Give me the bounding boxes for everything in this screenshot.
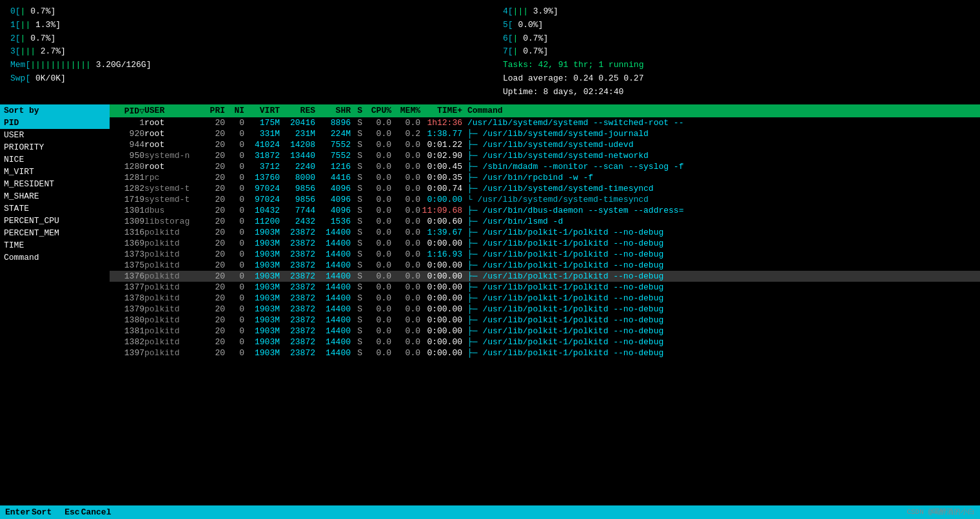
sort-item-m_resident[interactable]: M_RESIDENT	[0, 178, 110, 190]
cell-time: 0:00.00	[420, 304, 462, 314]
table-row[interactable]: 1379 polkitd 20 0 1903M 23872 14400 S 0.…	[110, 304, 980, 315]
cell-user: root	[144, 118, 202, 128]
cpu-right: 4[||| 3.9%] 5[ 0.0%] 6[|	[477, 5, 970, 99]
table-row[interactable]: 1378 polkitd 20 0 1903M 23872 14400 S 0.…	[110, 293, 980, 304]
esc-action: Cancel	[81, 507, 112, 517]
sort-items-list[interactable]: PIDUSERPRIORITYNICEM_VIRTM_RESIDENTM_SHA…	[0, 117, 110, 264]
cell-res: 23872	[280, 282, 315, 292]
table-row[interactable]: 1377 polkitd 20 0 1903M 23872 14400 S 0.…	[110, 282, 980, 293]
cell-mem: 0.0	[391, 184, 420, 193]
cell-cpu: 0.0	[362, 304, 391, 314]
cell-s: S	[351, 184, 362, 193]
table-row[interactable]: 944 root 20 0 41024 14208 7552 S 0.0 0.0…	[110, 139, 980, 150]
cell-virt: 1903M	[244, 271, 280, 281]
cell-s: S	[351, 173, 362, 182]
header-cpu: CPU%	[362, 106, 391, 116]
table-header: PID▽ USER PRI NI VIRT RES SHR S CPU% MEM…	[110, 104, 980, 117]
table-row[interactable]: 950 systemd-n 20 0 31872 13440 7552 S 0.…	[110, 150, 980, 161]
cell-virt: 175M	[244, 118, 280, 128]
cell-ni: 0	[225, 184, 244, 193]
cell-user: polkitd	[144, 326, 202, 336]
cell-pid: 1282	[112, 184, 144, 193]
cell-mem: 0.0	[391, 282, 420, 292]
table-row[interactable]: 1281 rpc 20 0 13760 8000 4416 S 0.0 0.0 …	[110, 172, 980, 183]
cell-mem: 0.0	[391, 293, 420, 303]
cell-cmd: ├─ /usr/lib/polkit-1/polkitd --no-debug	[462, 326, 977, 336]
sort-item-state[interactable]: STATE	[0, 202, 110, 215]
sort-item-time[interactable]: TIME	[0, 239, 110, 251]
table-row[interactable]: 1381 polkitd 20 0 1903M 23872 14400 S 0.…	[110, 326, 980, 337]
cell-cpu: 0.0	[362, 195, 391, 204]
cell-virt: 1903M	[244, 315, 280, 325]
cell-pid: 1378	[112, 293, 144, 303]
cell-res: 23872	[280, 228, 315, 237]
cell-virt: 3712	[244, 162, 280, 171]
table-row[interactable]: 1373 polkitd 20 0 1903M 23872 14400 S 0.…	[110, 249, 980, 260]
table-row[interactable]: 1369 polkitd 20 0 1903M 23872 14400 S 0.…	[110, 238, 980, 249]
cell-pid: 1381	[112, 326, 144, 336]
cell-shr: 4096	[315, 184, 351, 193]
table-row[interactable]: 1375 polkitd 20 0 1903M 23872 14400 S 0.…	[110, 260, 980, 271]
cell-ni: 0	[225, 293, 244, 303]
cell-mem: 0.0	[391, 239, 420, 248]
table-row[interactable]: 920 root 20 0 331M 231M 224M S 0.0 0.2 1…	[110, 128, 980, 139]
cell-shr: 14400	[315, 304, 351, 314]
cell-user: polkitd	[144, 228, 202, 237]
cell-res: 23872	[280, 337, 315, 347]
cell-user: polkitd	[144, 282, 202, 292]
cell-s: S	[351, 337, 362, 347]
table-row[interactable]: 1309 libstorag 20 0 11200 2432 1536 S 0.…	[110, 216, 980, 227]
cpu1-line: 1[|| 1.3%]	[10, 19, 477, 32]
table-row[interactable]: 1301 dbus 20 0 10432 7744 4096 S 0.0 0.0…	[110, 205, 980, 216]
sort-item-percent_mem[interactable]: PERCENT_MEM	[0, 227, 110, 239]
cell-mem: 0.0	[391, 315, 420, 325]
cell-user: systemd-n	[144, 151, 202, 161]
cell-mem: 0.0	[391, 206, 420, 215]
sort-item-user[interactable]: USER	[0, 129, 110, 141]
table-row[interactable]: 1282 systemd-t 20 0 97024 9856 4096 S 0.…	[110, 183, 980, 194]
table-row[interactable]: 1280 root 20 0 3712 2240 1216 S 0.0 0.0 …	[110, 161, 980, 172]
cell-res: 9856	[280, 184, 315, 193]
cell-shr: 14400	[315, 348, 351, 358]
cell-cmd: ├─ /usr/bin/dbus-daemon --system --addre…	[462, 206, 977, 215]
header-res: RES	[280, 106, 315, 116]
table-row[interactable]: 1 root 20 0 175M 20416 8896 S 0.0 0.0 1h…	[110, 117, 980, 128]
cell-cpu: 0.0	[362, 184, 391, 193]
sort-item-pid[interactable]: PID	[0, 117, 110, 129]
cell-s: S	[351, 217, 362, 226]
cell-virt: 1903M	[244, 293, 280, 303]
cell-s: S	[351, 293, 362, 303]
table-row[interactable]: 1382 polkitd 20 0 1903M 23872 14400 S 0.…	[110, 337, 980, 348]
cell-pid: 1309	[112, 217, 144, 226]
cell-cmd: ├─ /usr/lib/systemd/systemd-journald	[462, 129, 977, 139]
cell-cpu: 0.0	[362, 260, 391, 270]
table-row[interactable]: 1380 polkitd 20 0 1903M 23872 14400 S 0.…	[110, 315, 980, 326]
cell-res: 231M	[280, 129, 315, 139]
sort-item-m_share[interactable]: M_SHARE	[0, 190, 110, 202]
cell-ni: 0	[225, 315, 244, 325]
enter-action: Sort	[32, 507, 52, 517]
cell-ni: 0	[225, 151, 244, 161]
cell-ni: 0	[225, 250, 244, 259]
cell-cmd: ├─ /usr/lib/polkit-1/polkitd --no-debug	[462, 228, 977, 237]
main-content: Sort by PIDUSERPRIORITYNICEM_VIRTM_RESID…	[0, 104, 980, 475]
sort-item-command[interactable]: Command	[0, 251, 110, 264]
header-ni: NI	[225, 106, 244, 116]
table-row[interactable]: 1376 polkitd 20 0 1903M 23872 14400 S 0.…	[110, 271, 980, 282]
cell-cmd: ├─ /usr/lib/polkit-1/polkitd --no-debug	[462, 315, 977, 325]
cell-virt: 1903M	[244, 228, 280, 237]
cell-pri: 20	[202, 337, 225, 347]
sort-item-m_virt[interactable]: M_VIRT	[0, 166, 110, 178]
cell-cmd: ├─ /usr/bin/lsmd -d	[462, 217, 977, 226]
sort-item-nice[interactable]: NICE	[0, 153, 110, 166]
cell-ni: 0	[225, 239, 244, 248]
sort-item-percent_cpu[interactable]: PERCENT_CPU	[0, 215, 110, 227]
cell-pri: 20	[202, 195, 225, 204]
sort-item-priority[interactable]: PRIORITY	[0, 141, 110, 153]
table-row[interactable]: 1316 polkitd 20 0 1903M 23872 14400 S 0.…	[110, 227, 980, 238]
cell-cpu: 0.0	[362, 250, 391, 259]
uptime-line: Uptime: 8 days, 02:24:40	[503, 86, 970, 99]
table-row[interactable]: 1397 polkitd 20 0 1903M 23872 14400 S 0.…	[110, 348, 980, 358]
table-row[interactable]: 1719 systemd-t 20 0 97024 9856 4096 S 0.…	[110, 194, 980, 205]
cell-virt: 331M	[244, 129, 280, 139]
